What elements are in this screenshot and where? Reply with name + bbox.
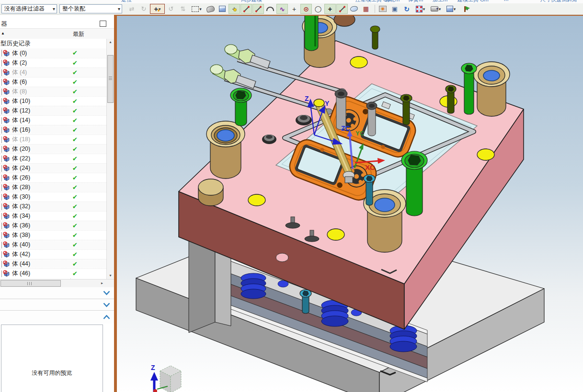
section-dependencies[interactable] bbox=[0, 287, 114, 299]
check-icon: ✔ bbox=[72, 98, 78, 105]
tree-item-label: 体 (44) bbox=[12, 260, 30, 268]
tree-connector bbox=[1, 184, 2, 191]
multi-window-button[interactable]: ▾ bbox=[413, 4, 428, 14]
tree-item-row[interactable]: 体 (20) ✔ bbox=[0, 144, 106, 154]
chevron-down-icon bbox=[103, 302, 110, 307]
tree-item-label: 体 (14) bbox=[12, 116, 30, 124]
tree-item-row[interactable]: 体 (26) ✔ bbox=[0, 173, 106, 182]
replace-component-button[interactable]: ⇅ bbox=[177, 4, 189, 14]
tree-column-header[interactable]: ▲ 最新 bbox=[0, 28, 114, 40]
tree-item-row[interactable]: 体 (38) ✔ bbox=[0, 230, 106, 240]
tree-item-row[interactable]: 体 (30) ✔ bbox=[0, 192, 106, 202]
maximize-panel-button[interactable] bbox=[100, 21, 106, 27]
line-2-button[interactable] bbox=[252, 4, 264, 14]
selection-filter-combo[interactable]: 没有选择过滤器 ▾ bbox=[1, 4, 57, 13]
tree-item-row[interactable]: 体 (24) ✔ bbox=[0, 163, 106, 173]
tree-items: 体 (0) ✔ 体 (2) ✔ bbox=[0, 48, 106, 278]
preview-placeholder: 没有可用的预览 bbox=[32, 370, 72, 376]
snap-point-button[interactable]: + ▾ bbox=[150, 4, 165, 14]
tree-item-row[interactable]: 体 (46) ✔ bbox=[0, 269, 106, 278]
line-points-button[interactable] bbox=[336, 4, 348, 14]
linked-body-icon bbox=[3, 241, 10, 248]
tree-item-row[interactable]: 体 (18) ✔ bbox=[0, 134, 106, 144]
tree-item-row[interactable]: 体 (12) ✔ bbox=[0, 106, 106, 115]
point-button[interactable]: + bbox=[288, 4, 300, 14]
vertical-scroll-thumb[interactable] bbox=[107, 55, 114, 103]
tree-item-row[interactable]: 体 (4) ✔ bbox=[0, 67, 106, 77]
toolbar-icon: ▦ bbox=[363, 6, 369, 12]
section-preview[interactable] bbox=[0, 311, 114, 324]
toolbar-icon: ↻ bbox=[404, 6, 410, 12]
tree-item-row[interactable]: 体 (34) ✔ bbox=[0, 211, 106, 221]
visualization-flag-button[interactable]: ▾ bbox=[459, 4, 474, 14]
tree-item-row[interactable]: 体 (40) ✔ bbox=[0, 240, 106, 249]
scroll-down-icon[interactable]: ▾ bbox=[107, 272, 114, 279]
ribbon-strip: 定位同步建模注塑模工具 GM齿轮m弹簧m加工m建模工具 Gmm尺寸快速倒斜角 bbox=[0, 0, 583, 3]
solid-cube-button[interactable] bbox=[217, 4, 228, 14]
model-history-tree: 型历史记录 体 (0) ✔ bbox=[0, 39, 114, 279]
tree-item-label: 体 (10) bbox=[12, 97, 30, 105]
line-button[interactable] bbox=[240, 4, 252, 14]
tree-item-row[interactable]: 体 (16) ✔ bbox=[0, 125, 106, 134]
linked-body-icon bbox=[3, 213, 10, 220]
toolbar-icon: ◉ bbox=[379, 6, 387, 12]
check-icon: ✔ bbox=[72, 165, 78, 172]
refresh-button[interactable]: ↻ bbox=[401, 4, 412, 14]
view-cube-button[interactable]: ▾ bbox=[444, 4, 458, 14]
undo-position-button[interactable]: ↺ bbox=[165, 4, 177, 14]
circle-button[interactable]: ◯ bbox=[312, 4, 324, 14]
axis-label-y: Y bbox=[325, 100, 330, 107]
tree-item-row[interactable]: 体 (32) ✔ bbox=[0, 202, 106, 211]
selection-scope-combo[interactable]: 整个装配 ▾ bbox=[59, 4, 122, 13]
toolbar-icon: + bbox=[292, 6, 296, 12]
tree-item-row[interactable]: 体 (10) ✔ bbox=[0, 96, 106, 106]
tree-item-row[interactable]: 体 (8) ✔ bbox=[0, 87, 106, 96]
horizontal-scroll-thumb[interactable] bbox=[0, 280, 61, 287]
dropdown-arrow-icon: ▾ bbox=[118, 6, 120, 11]
toolbar-icon: ↻ bbox=[141, 6, 147, 12]
ribbon-group-label: 弹簧m bbox=[408, 0, 423, 3]
tree-item-label: 体 (38) bbox=[12, 231, 30, 239]
tree-item-row[interactable]: 体 (22) ✔ bbox=[0, 154, 106, 163]
tree-item-row[interactable]: 体 (42) ✔ bbox=[0, 249, 106, 259]
move-point-button[interactable]: + bbox=[229, 4, 240, 14]
tree-item-row[interactable]: 体 (2) ✔ bbox=[0, 58, 106, 67]
toolbar-separator[interactable] bbox=[373, 4, 376, 14]
tree-root-row[interactable]: 型历史记录 bbox=[0, 39, 106, 48]
studio-spline-button[interactable]: ∿ bbox=[276, 4, 288, 14]
check-icon: ✔ bbox=[72, 232, 78, 239]
toolbar-icon: ◯ bbox=[315, 6, 322, 12]
scroll-right-icon[interactable]: ▸ bbox=[99, 280, 105, 287]
capture-button[interactable]: ◉ bbox=[377, 4, 389, 14]
image-button[interactable]: ▣ bbox=[389, 4, 400, 14]
toolbar-icon: ⇅ bbox=[181, 6, 186, 12]
graphics-viewport[interactable]: Z Y ZC YC XC Z bbox=[117, 16, 583, 392]
tree-item-row[interactable]: 体 (6) ✔ bbox=[0, 77, 106, 87]
move-component-button[interactable]: ⇄ bbox=[126, 4, 137, 14]
circle-center-button[interactable]: ⊙ bbox=[300, 4, 312, 14]
delete-face-button[interactable] bbox=[205, 4, 216, 14]
tree-connector bbox=[1, 270, 2, 277]
data-grid-button[interactable]: ▦ bbox=[360, 4, 372, 14]
plus-button[interactable]: + bbox=[324, 4, 336, 14]
viewport-3d-scene[interactable]: Z Y ZC YC XC Z bbox=[117, 16, 583, 392]
sheet-surface-button[interactable] bbox=[348, 4, 360, 14]
scroll-up-icon[interactable]: ▴ bbox=[107, 39, 114, 45]
tree-item-row[interactable]: 体 (36) ✔ bbox=[0, 221, 106, 230]
toolbar-icon bbox=[416, 6, 423, 12]
tree-vertical-scrollbar[interactable]: ▴ ▾ bbox=[106, 39, 114, 279]
linked-body-icon bbox=[3, 174, 10, 181]
tree-connector bbox=[1, 223, 2, 229]
tree-item-row[interactable]: 体 (14) ✔ bbox=[0, 115, 106, 125]
linked-body-icon bbox=[3, 136, 10, 143]
tree-item-row[interactable]: 体 (0) ✔ bbox=[0, 48, 106, 58]
projector-button[interactable]: ▾ bbox=[428, 4, 443, 14]
fillet-curve-button[interactable] bbox=[264, 4, 276, 14]
tree-item-label: 体 (6) bbox=[12, 78, 27, 86]
assembly-constraints-button[interactable]: ↻ bbox=[138, 4, 149, 14]
marquee-select-button[interactable]: ▾ bbox=[189, 4, 204, 14]
tree-horizontal-scrollbar[interactable]: ▸ bbox=[0, 279, 114, 287]
tree-item-row[interactable]: 体 (28) ✔ bbox=[0, 182, 106, 192]
section-details[interactable] bbox=[0, 299, 114, 311]
tree-item-row[interactable]: 体 (44) ✔ bbox=[0, 259, 106, 269]
